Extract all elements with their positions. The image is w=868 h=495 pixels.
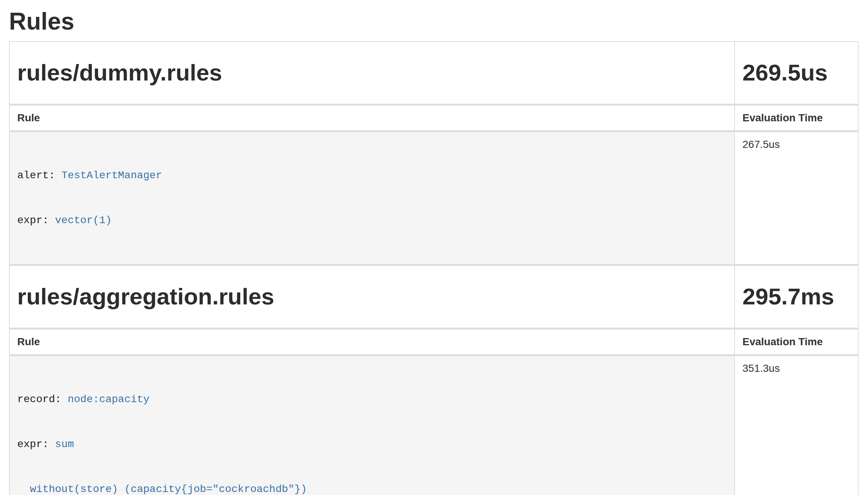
rule-group-header-row: rules/dummy.rules 269.5us bbox=[9, 42, 858, 105]
column-header-row: Rule Evaluation Time bbox=[9, 105, 858, 131]
rule-group-file: rules/dummy.rules bbox=[17, 60, 727, 85]
rule-key-label: record: bbox=[17, 394, 61, 405]
expr-link[interactable]: sum bbox=[49, 438, 74, 450]
page-title: Rules bbox=[9, 8, 859, 34]
eval-time-column-header: Evaluation Time bbox=[735, 105, 858, 131]
rule-group-file-cell: rules/dummy.rules bbox=[9, 42, 735, 105]
rule-definition: alert: TestAlertManager expr: vector(1) bbox=[17, 138, 727, 258]
rule-group-total-time: 295.7ms bbox=[742, 284, 850, 309]
rule-eval-time: 267.5us bbox=[735, 131, 858, 265]
rule-key-label: alert: bbox=[17, 170, 55, 181]
column-header-row: Rule Evaluation Time bbox=[9, 329, 858, 355]
rule-key-label: expr: bbox=[17, 438, 49, 450]
eval-time-column-header: Evaluation Time bbox=[735, 329, 858, 355]
rule-column-header: Rule bbox=[9, 105, 735, 131]
code-line: without(store) (capacity{job="cockroachd… bbox=[17, 482, 727, 495]
code-line: record: node:capacity bbox=[17, 392, 727, 407]
rule-row: alert: TestAlertManager expr: vector(1) … bbox=[9, 131, 858, 265]
rule-group-file-cell: rules/aggregation.rules bbox=[9, 265, 735, 329]
rule-group-total-cell: 269.5us bbox=[735, 42, 858, 105]
rule-group-file: rules/aggregation.rules bbox=[17, 284, 727, 309]
rule-definition-cell: record: node:capacity expr: sum without(… bbox=[9, 355, 735, 495]
code-line: alert: TestAlertManager bbox=[17, 168, 727, 183]
expr-link[interactable]: without(store) (capacity{job="cockroachd… bbox=[17, 483, 307, 495]
rules-table: rules/dummy.rules 269.5us Rule Evaluatio… bbox=[9, 41, 859, 495]
rule-group-header-row: rules/aggregation.rules 295.7ms bbox=[9, 265, 858, 329]
record-name-link[interactable]: node:capacity bbox=[61, 394, 150, 405]
rule-group-total-cell: 295.7ms bbox=[735, 265, 858, 329]
rule-row: record: node:capacity expr: sum without(… bbox=[9, 355, 858, 495]
rule-eval-time: 351.3us bbox=[735, 355, 858, 495]
code-line: expr: sum bbox=[17, 437, 727, 452]
rule-group-total-time: 269.5us bbox=[742, 60, 850, 85]
rule-definition-cell: alert: TestAlertManager expr: vector(1) bbox=[9, 131, 735, 265]
expr-link[interactable]: vector(1) bbox=[49, 215, 112, 226]
code-line: expr: vector(1) bbox=[17, 213, 727, 228]
rule-definition: record: node:capacity expr: sum without(… bbox=[17, 362, 727, 495]
alert-name-link[interactable]: TestAlertManager bbox=[55, 170, 162, 181]
rule-key-label: expr: bbox=[17, 215, 49, 226]
rule-column-header: Rule bbox=[9, 329, 735, 355]
